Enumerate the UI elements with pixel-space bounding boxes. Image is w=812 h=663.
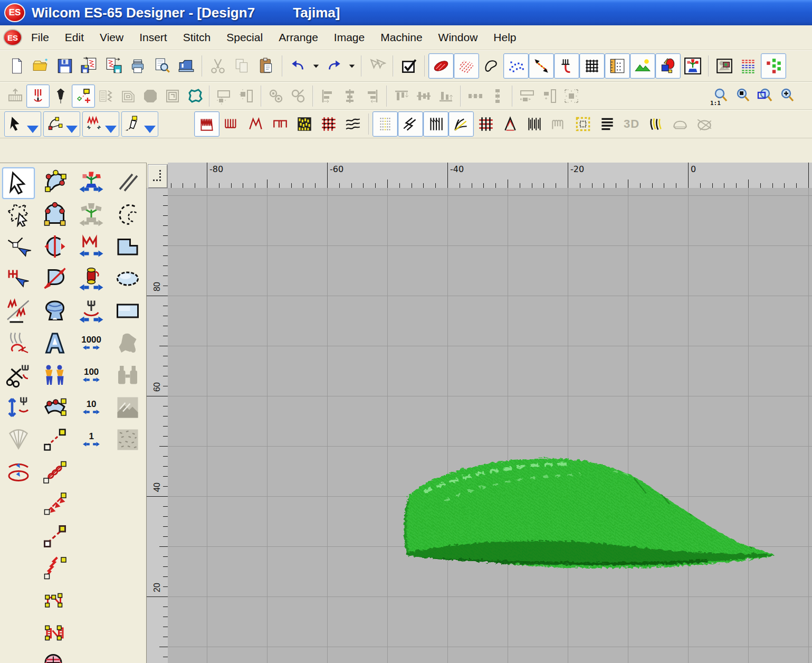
menu-item-insert[interactable]: Insert [131,29,175,46]
mirror-horizontal-tool[interactable] [40,232,70,261]
zoom-box-button[interactable] [753,85,776,107]
contour-fill-button[interactable] [372,111,398,137]
menu-item-machine[interactable]: Machine [372,29,430,46]
ruler-origin-button[interactable] [148,165,167,188]
paste-button[interactable] [254,54,279,78]
speckle-fill-tool[interactable] [112,425,143,454]
tatami-fill-button[interactable] [292,112,317,136]
weave-fill-button[interactable] [474,112,498,136]
craft-shape-button[interactable] [184,85,206,107]
space-evenly-down-button[interactable] [486,85,509,107]
needle-position-button[interactable] [26,84,50,108]
print-button[interactable] [126,54,150,78]
stitch-angle-tool[interactable] [3,296,34,326]
menu-item-special[interactable]: Special [218,29,271,46]
digitize-tool-button[interactable] [121,111,158,137]
backstitch-tool[interactable] [40,522,70,551]
circle-digitize-tool[interactable] [40,650,70,663]
rectangle-tool-tool[interactable] [112,296,143,326]
outline-offsets-button[interactable] [117,85,139,107]
cross-stitch-fill-button[interactable] [317,112,341,136]
stitch-edit-tool-button[interactable] [82,111,119,137]
select-tool-button[interactable] [4,111,41,137]
export-machine-file-button[interactable] [101,54,126,78]
nudge-1-tool[interactable]: 1 [76,425,107,454]
print-preview-button[interactable] [150,54,174,78]
nudge-10-tool[interactable]: 10 [76,393,107,422]
pull-compensation-tool[interactable] [76,296,107,326]
thread-colors-button[interactable] [737,54,761,78]
zoom-artwork-button[interactable] [731,85,753,107]
applique-tool-tool[interactable] [40,296,70,326]
zoom-in-button[interactable] [776,85,798,107]
menu-item-edit[interactable]: Edit [57,29,92,46]
redo-list-button[interactable] [346,54,358,78]
show-picture-button[interactable] [630,53,655,79]
scale-design-tool[interactable] [76,200,107,229]
menu-item-image[interactable]: Image [326,29,372,46]
clone-object-tool[interactable] [40,361,70,390]
polygon-select-tool[interactable] [3,200,34,229]
nudge-1000-tool[interactable]: 1000 [76,328,107,358]
align-left-button[interactable] [317,85,339,107]
menu-item-view[interactable]: View [92,29,131,46]
stitch-shortening-button[interactable] [522,112,547,136]
undo-button[interactable] [286,54,310,78]
resize-height-button[interactable] [538,85,560,107]
select-pointer-tool[interactable] [2,167,35,199]
triple-run-tool[interactable] [40,489,70,519]
pattern-stamp-button[interactable] [571,112,595,136]
show-connectors-button[interactable] [529,53,554,79]
run-digitize-tool[interactable] [40,425,70,454]
show-outlines-button[interactable] [479,54,503,78]
stemstitch-tool[interactable] [40,554,70,583]
show-design-button[interactable] [681,54,705,78]
block-digitize-tool[interactable] [112,232,143,261]
cap-frame-button[interactable] [668,112,692,136]
title-bar[interactable]: ES Wilcom ES-65 Designer - [Design7 Taji… [0,0,812,25]
reference-points-button[interactable] [72,84,95,108]
ungroup-button[interactable] [287,85,309,107]
show-stitch-density-button[interactable] [454,53,479,79]
fuzzy-stitch-button[interactable] [644,112,668,136]
color-palette-button[interactable] [761,53,786,79]
new-design-button[interactable] [4,54,28,78]
menu-item-arrange[interactable]: Arrange [271,29,326,46]
fan-stitch-tool[interactable] [3,425,34,454]
cap-frame-off-button[interactable] [692,112,717,136]
ellipse-tool-tool[interactable] [112,264,143,293]
cut-button[interactable] [206,54,230,78]
resize-both-button[interactable] [560,85,582,107]
show-rulers-button[interactable] [605,53,630,79]
align-bottom-button[interactable] [435,85,457,107]
trim-stitch-tool[interactable] [3,328,34,358]
wave-fill-button[interactable] [341,112,365,136]
menu-item-file[interactable]: File [23,29,57,46]
stitch-spacing-tool[interactable] [3,393,34,422]
convert-shape-button[interactable] [139,85,161,107]
arc-digitize-tool[interactable] [112,200,143,229]
touch-up-picture-button[interactable] [712,54,737,78]
hatch-fill-button[interactable] [423,111,448,137]
align-top-button[interactable] [390,85,413,107]
reshape-object-tool[interactable] [40,167,70,197]
show-needle-points-button[interactable] [503,53,529,79]
parallel-stitch-tool[interactable] [112,167,143,197]
stitch-density-tool-tool[interactable] [76,232,107,261]
import-machine-file-button[interactable] [77,54,101,78]
mirror-diagonal-tool[interactable] [40,264,70,293]
scale-object-button[interactable] [213,85,235,107]
show-grid-button[interactable] [579,53,605,79]
point-select-tool[interactable] [3,232,34,261]
resize-width-button[interactable] [516,85,538,107]
fancy-fill-button[interactable] [398,111,423,137]
menu-item-help[interactable]: Help [485,29,524,46]
pattern-layout-button[interactable] [161,85,184,107]
zigzag-stitch-button[interactable] [244,112,268,136]
column-digitize-tool[interactable] [40,618,70,648]
lettering-tool[interactable] [40,328,70,358]
show-penetrations-button[interactable] [554,53,579,79]
stitch-to-machine-button[interactable] [174,54,198,78]
satin-stitch-button[interactable] [194,111,219,137]
reshape-tool-button[interactable] [43,111,80,137]
